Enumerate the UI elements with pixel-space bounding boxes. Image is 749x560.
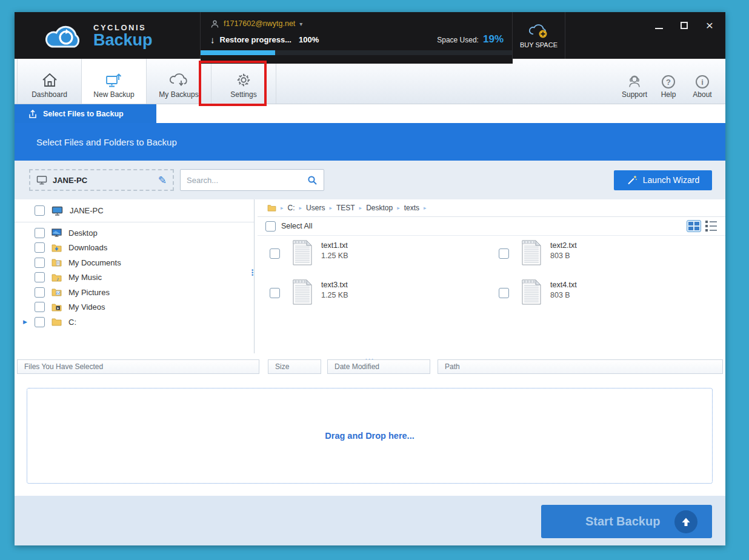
computer-icon [52,206,63,216]
tree-item-c-drive[interactable]: ▶ C: [15,315,254,330]
main-content: JANE-PC Desktop Downloads [15,199,725,353]
search-icon[interactable] [307,175,318,185]
app-header: CYCLONIS Backup f1717602@nwytg.net ▾ ↓ R… [15,12,725,59]
file-checkbox[interactable] [270,248,280,259]
file-item[interactable]: text3.txt 1.25 KB [258,277,487,316]
user-icon [210,19,219,28]
breadcrumb-segment[interactable]: texts [404,204,419,212]
chevron-down-icon[interactable]: ▾ [299,21,302,27]
svg-text:♪: ♪ [56,275,59,281]
file-item[interactable]: text2.txt 803 B [487,238,716,277]
tab-select-files-to-backup[interactable]: Select Files to Backup [15,104,156,123]
toolbar-right-group: Support ? Help i About [618,59,725,104]
breadcrumb-arrow-icon: ▸ [424,205,427,211]
tree-item-checkbox[interactable] [35,302,45,312]
folder-tree-panel: JANE-PC Desktop Downloads [15,199,255,353]
breadcrumb-arrow-icon: ▸ [281,205,284,211]
tree-item-label: Downloads [68,243,107,252]
column-header-files[interactable]: Files You Have Selected [17,359,259,374]
toolbar-item-label: New Backup [93,90,134,99]
breadcrumb-segment[interactable]: Users [306,204,325,212]
home-icon [41,72,58,88]
info-icon: i [696,75,709,88]
buy-space-button[interactable]: BUY SPACE [512,12,565,59]
tree-item-checkbox[interactable] [35,258,45,268]
tree-item-checkbox[interactable] [35,272,45,282]
tree-item-my-pictures[interactable]: My Pictures [15,285,254,300]
expand-arrow-icon[interactable]: ▶ [23,319,27,325]
footer-bar: Start Backup [15,496,725,545]
select-all-checkbox[interactable] [265,221,276,232]
minimize-button[interactable] [654,21,664,30]
brand-product: Backup [93,32,153,48]
toolbar-item-label: Help [661,90,676,99]
device-name-box[interactable]: JANE-PC ✎ [29,169,174,191]
breadcrumb-segment[interactable]: Desktop [366,204,393,212]
tree-item-my-documents[interactable]: My Documents [15,255,254,270]
toolbar-item-support[interactable]: Support [618,59,651,104]
start-backup-button[interactable]: Start Backup [541,505,712,538]
toolbar-item-label: Settings [230,90,256,99]
breadcrumb-arrow-icon: ▸ [329,205,332,211]
maximize-button[interactable] [679,21,689,30]
main-toolbar: Dashboard New Backup My Backups Settings [15,59,725,104]
toolbar-item-new-backup[interactable]: New Backup [82,59,147,104]
tree-item-label: My Pictures [68,288,110,297]
vertical-splitter-handle[interactable]: ••• [251,269,253,276]
breadcrumb-segment[interactable]: C: [288,204,295,212]
brand-text: CYCLONIS Backup [93,23,153,48]
list-view-toggle[interactable] [705,221,717,232]
launch-wizard-button[interactable]: Launch Wizard [614,170,712,190]
tree-item-checkbox[interactable] [35,242,45,253]
file-item[interactable]: text1.txt 1.25 KB [258,238,487,277]
tree-item-checkbox[interactable] [35,317,45,327]
tree-item-desktop[interactable]: Desktop [15,225,254,241]
breadcrumb: ▸ C: ▸ Users ▸ TEST ▸ Desktop ▸ texts ▸ [258,199,725,217]
window-controls: × [565,12,725,59]
grid-view-toggle[interactable] [687,220,701,232]
toolbar-item-settings[interactable]: Settings [211,59,276,104]
tree-item-checkbox[interactable] [35,228,45,238]
search-box [180,169,324,191]
file-name: text1.txt [321,241,348,250]
tree-item-root[interactable]: JANE-PC [15,199,254,222]
space-used-value: 19% [483,33,504,45]
tree-item-label: My Documents [68,258,121,267]
search-input[interactable] [187,176,307,185]
file-name: text3.txt [321,281,348,289]
tree-item-my-music[interactable]: ♪ My Music [15,270,254,285]
restore-progress-fill [201,50,275,55]
upload-tray-icon [28,109,38,119]
toolbar-item-help[interactable]: ? Help [651,59,685,104]
column-header-date-modified[interactable]: Date Modified [327,359,430,374]
computer-icon [36,175,47,185]
app-window: CYCLONIS Backup f1717602@nwytg.net ▾ ↓ R… [15,12,725,545]
file-grid: text1.txt 1.25 KB text2.txt 803 B [258,238,725,316]
section-tab-row: Select Files to Backup [15,104,725,123]
close-button[interactable]: × [705,21,714,30]
file-checkbox[interactable] [499,248,509,259]
drop-hint-text: Drag and Drop here... [325,431,414,441]
desktop-icon [52,228,62,237]
edit-pencil-icon[interactable]: ✎ [158,174,167,187]
file-item[interactable]: text4.txt 803 B [487,277,716,316]
select-all-label: Select All [281,222,312,230]
toolbar-item-about[interactable]: i About [685,59,719,104]
tree-item-my-videos[interactable]: My Videos [15,300,254,315]
file-checkbox[interactable] [270,288,280,298]
help-question-icon: ? [662,75,675,88]
column-header-path[interactable]: Path [438,359,723,374]
breadcrumb-segment[interactable]: TEST [336,204,355,212]
toolbar-item-my-backups[interactable]: My Backups [147,59,211,104]
magic-wand-icon [627,175,637,185]
tree-item-checkbox[interactable] [35,287,45,298]
account-email[interactable]: f1717602@nwytg.net [224,19,295,28]
breadcrumb-arrow-icon: ▸ [397,205,400,211]
file-checkbox[interactable] [499,288,509,298]
tree-item-downloads[interactable]: Downloads [15,241,254,256]
pictures-folder-icon [52,288,62,296]
column-header-size[interactable]: Size [268,359,321,374]
tree-root-checkbox[interactable] [35,205,45,216]
drag-and-drop-zone[interactable]: Drag and Drop here... [27,388,713,484]
toolbar-item-dashboard[interactable]: Dashboard [17,59,82,104]
